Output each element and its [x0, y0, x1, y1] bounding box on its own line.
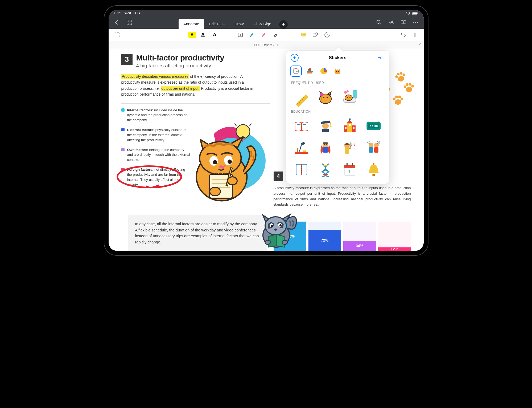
svg-point-10 [413, 22, 414, 23]
bar-cell: 34% [343, 222, 376, 251]
recent-category[interactable] [290, 66, 302, 77]
svg-rect-74 [307, 71, 313, 72]
svg-rect-150 [344, 165, 355, 168]
edit-stickers-button[interactable]: Edit [377, 55, 385, 60]
eraser-tool[interactable] [271, 30, 280, 40]
close-document-button[interactable]: × [418, 42, 421, 47]
back-button[interactable] [111, 17, 122, 28]
svg-line-28 [234, 124, 236, 126]
digital-clock-sticker[interactable]: 7:00 [362, 116, 385, 136]
screen: 12:21 Wed Jul 14 Annotate E [109, 10, 424, 251]
frequently-used-grid [286, 87, 389, 108]
highlight-span: output per unit of input. [161, 86, 200, 91]
highlight-span: Productivity describes various measures [121, 74, 189, 79]
svg-point-97 [349, 97, 350, 98]
svg-point-0 [408, 14, 409, 15]
svg-rect-114 [353, 127, 354, 129]
superhero-kid-sticker[interactable] [314, 137, 337, 158]
factor-name: Internal factors: [127, 108, 153, 112]
school-building-sticker[interactable] [338, 116, 361, 136]
svg-rect-3 [418, 13, 418, 14]
tab-fill-sign[interactable]: Fill & Sign [249, 19, 276, 29]
raccoon-reading-sticker[interactable] [258, 210, 298, 250]
section-title: Multi-factor productivity [136, 54, 224, 62]
tab-label: Edit PDF [209, 22, 225, 26]
text-markup-group: A A A [188, 30, 220, 40]
desk-lamp-sticker[interactable] [290, 137, 313, 158]
cat-notepad-sticker[interactable] [190, 121, 262, 203]
text-size-button[interactable]: AA [386, 17, 397, 28]
reading-mode-button[interactable] [398, 17, 409, 28]
battery-icon [412, 11, 418, 15]
two-kids-sticker[interactable]: !? [362, 137, 385, 158]
tab-annotate[interactable]: Annotate [179, 19, 204, 29]
svg-point-154 [373, 163, 374, 165]
graduate-sticker[interactable] [314, 116, 337, 136]
svg-rect-77 [310, 68, 310, 69]
cat-pack-category[interactable] [332, 66, 343, 77]
ruler-sticker[interactable] [290, 87, 313, 107]
selection-tool[interactable] [112, 30, 122, 40]
svg-point-119 [378, 121, 379, 121]
thumbnails-button[interactable] [124, 17, 135, 28]
section-number-badge: 3 [121, 54, 133, 65]
svg-rect-93 [353, 90, 357, 98]
svg-point-43 [228, 177, 237, 185]
add-mode-button[interactable]: + [279, 20, 288, 29]
business-category[interactable] [318, 66, 329, 77]
svg-rect-123 [303, 150, 306, 152]
status-bar: 12:21 Wed Jul 14 [109, 10, 424, 16]
svg-point-71 [265, 240, 270, 244]
pen-tool[interactable] [247, 30, 257, 40]
notebook-sticker[interactable] [290, 159, 313, 180]
factor-name: Own factors: [127, 148, 148, 152]
teacher-math-sticker[interactable]: 1+1 [338, 137, 361, 158]
note-tool[interactable] [299, 30, 308, 40]
add-sticker-pack-button[interactable]: + [291, 54, 299, 62]
shapes-tool[interactable] [311, 30, 320, 40]
svg-point-69 [279, 224, 282, 226]
list-item: Own factors: belong to the company and a… [121, 148, 191, 163]
tab-draw[interactable]: Draw [230, 19, 249, 29]
svg-point-56 [396, 72, 400, 76]
highlight-tool[interactable]: A [188, 32, 196, 38]
svg-point-52 [398, 95, 401, 99]
search-button[interactable] [374, 17, 384, 28]
document-tab-bar: PDF Expert Gui × [109, 41, 424, 49]
undo-button[interactable] [398, 30, 408, 40]
education-grid: 7:00 1+1 !? 1 [286, 116, 389, 182]
bell-sticker[interactable] [362, 159, 385, 180]
bar-cell: 72% [308, 222, 341, 251]
more-button[interactable] [410, 17, 421, 28]
cat-lollipop-sticker[interactable] [314, 87, 337, 107]
svg-text:1: 1 [348, 169, 351, 174]
status-date: Wed Jul 14 [125, 11, 141, 15]
dna-sticker[interactable] [314, 159, 337, 180]
marker-tool[interactable] [259, 30, 269, 40]
text-box-tool[interactable]: T [236, 30, 245, 40]
education-category[interactable] [304, 66, 316, 77]
tab-label: Annotate [183, 22, 199, 26]
svg-point-42 [210, 187, 220, 196]
calendar-sticker[interactable]: 1 [338, 159, 361, 180]
cat-bath-sticker[interactable] [338, 87, 361, 107]
document-title: PDF Expert Gui [254, 43, 278, 47]
svg-rect-4 [127, 20, 129, 22]
strikethrough-tool[interactable]: A [210, 30, 220, 40]
underline-tool[interactable]: A [198, 30, 208, 40]
svg-point-21 [315, 33, 318, 35]
bar-value: 34% [343, 241, 376, 251]
svg-text:?: ? [378, 142, 379, 144]
sticker-category-tabs [286, 63, 389, 79]
note-callout: In any case, all the internal factors ar… [128, 215, 267, 251]
stickers-tool[interactable] [322, 30, 332, 40]
tab-edit-pdf[interactable]: Edit PDF [204, 19, 230, 29]
svg-point-58 [402, 73, 405, 76]
svg-rect-6 [127, 23, 129, 25]
open-book-sticker[interactable] [290, 116, 313, 136]
mode-tabs: Annotate Edit PDF Draw Fill & Sign + [179, 16, 288, 29]
svg-point-11 [415, 22, 416, 23]
customize-toolbar-handle[interactable] [410, 30, 420, 40]
svg-text:7:00: 7:00 [369, 124, 378, 128]
list-item: Internal factors: included inside the dy… [121, 108, 191, 123]
